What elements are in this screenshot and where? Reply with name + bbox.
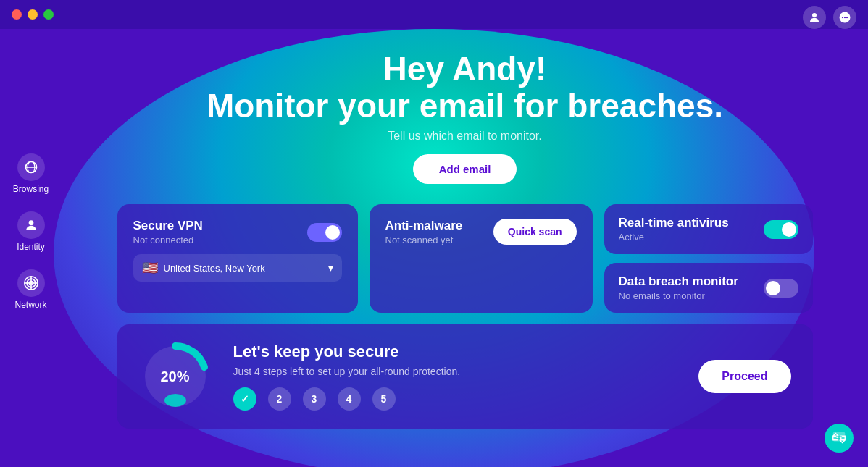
traffic-lights — [12, 9, 54, 20]
title-bar — [0, 0, 868, 29]
hero-title-line1: Hey Andy! — [206, 51, 723, 88]
browsing-icon — [17, 153, 45, 181]
svg-point-2 — [842, 17, 843, 18]
identity-label: Identity — [17, 242, 45, 252]
vpn-location-selector[interactable]: 🇺🇸 United States, New York ▾ — [133, 254, 342, 282]
breach-title: Data breach monitor — [619, 274, 738, 289]
step-1: ✓ — [233, 387, 256, 411]
vpn-card-header: Secure VPN Not connected — [133, 219, 342, 245]
progress-percent: 20% — [160, 369, 189, 385]
messages-icon[interactable] — [833, 6, 856, 29]
vpn-card: Secure VPN Not connected 🇺🇸 United State… — [117, 204, 358, 313]
antimalware-title: Anti-malware — [385, 219, 463, 233]
step-4: 4 — [338, 387, 361, 411]
breach-status: No emails to monitor — [619, 290, 738, 301]
hero-subtitle: Tell us which email to monitor. — [206, 130, 723, 143]
hero-section: Hey Andy! Monitor your email for breache… — [206, 51, 723, 143]
antimalware-status: Not scanned yet — [385, 235, 463, 245]
breach-header: Data breach monitor No emails to monitor — [619, 274, 798, 301]
antivirus-card: Real-time antivirus Active — [604, 204, 813, 254]
antivirus-toggle[interactable] — [764, 220, 798, 239]
main-content: Hey Andy! Monitor your email for breache… — [62, 29, 868, 467]
identity-icon — [17, 211, 45, 239]
progress-circle: 20% — [139, 340, 212, 413]
vpn-title: Secure VPN — [133, 219, 203, 233]
step-3: 3 — [303, 387, 326, 411]
right-cards-column: Real-time antivirus Active Data breach m… — [604, 204, 813, 313]
antimalware-card: Anti-malware Not scanned yet Quick scan — [370, 204, 593, 313]
vpn-status: Not connected — [133, 235, 203, 245]
chevron-down-icon: ▾ — [328, 262, 333, 274]
sidebar-item-identity[interactable]: Identity — [0, 203, 62, 261]
breach-toggle[interactable] — [764, 279, 798, 298]
vpn-flag: 🇺🇸 — [142, 260, 158, 276]
step-2: 2 — [268, 387, 291, 411]
antivirus-title: Real-time antivirus — [619, 216, 729, 230]
quick-scan-button[interactable]: Quick scan — [493, 219, 577, 245]
vpn-toggle[interactable] — [307, 223, 342, 242]
steps-row: ✓ 2 3 4 5 — [233, 387, 677, 411]
antivirus-status: Active — [619, 232, 729, 243]
progress-card: 20% Let's keep you secure Just 4 steps l… — [117, 324, 813, 429]
minimize-button[interactable] — [28, 9, 38, 20]
antivirus-header: Real-time antivirus Active — [619, 216, 798, 243]
add-email-button[interactable]: Add email — [413, 154, 517, 184]
sidebar: Browsing Identity Network — [0, 29, 62, 467]
proceed-button[interactable]: Proceed — [698, 360, 790, 393]
top-right-icons — [803, 6, 856, 29]
sidebar-item-browsing[interactable]: Browsing — [0, 145, 62, 203]
user-icon[interactable] — [803, 6, 826, 29]
cards-row: Secure VPN Not connected 🇺🇸 United State… — [117, 204, 813, 313]
network-label: Network — [14, 300, 46, 310]
chat-fab[interactable] — [825, 424, 854, 453]
svg-point-4 — [846, 17, 848, 18]
close-button[interactable] — [12, 9, 22, 20]
browsing-label: Browsing — [13, 184, 49, 194]
network-icon — [17, 269, 45, 297]
svg-point-0 — [812, 13, 817, 17]
maximize-button[interactable] — [43, 9, 54, 20]
progress-title: Let's keep you secure — [233, 342, 677, 361]
svg-point-6 — [28, 220, 33, 225]
breach-card: Data breach monitor No emails to monitor — [604, 263, 813, 313]
antimalware-header: Anti-malware Not scanned yet Quick scan — [385, 219, 577, 245]
vpn-location-text: United States, New York — [164, 263, 322, 274]
progress-desc: Just 4 steps left to set up your all-rou… — [233, 366, 677, 377]
step-5: 5 — [372, 387, 396, 411]
progress-info: Let's keep you secure Just 4 steps left … — [233, 342, 677, 411]
hero-title-line2: Monitor your email for breaches. — [206, 88, 723, 125]
sidebar-item-network[interactable]: Network — [0, 261, 62, 319]
svg-point-3 — [844, 17, 846, 18]
